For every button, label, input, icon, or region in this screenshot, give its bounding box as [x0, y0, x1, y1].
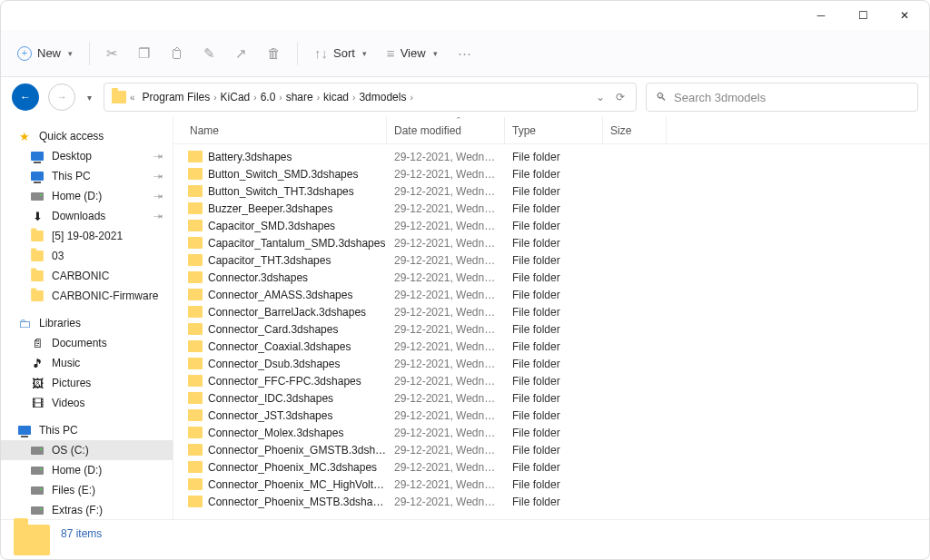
file-type: File folder — [505, 289, 603, 301]
sidebar-item-libraries[interactable]: 🗀 Libraries — [1, 313, 173, 333]
maximize-button[interactable]: ☐ — [842, 1, 884, 30]
delete-button[interactable]: 🗑︎ — [260, 40, 288, 66]
folder-icon — [188, 289, 203, 300]
sidebar-item-label: Music — [52, 357, 163, 369]
file-row[interactable]: Connector_AMASS.3dshapes29-12-2021, Wedn… — [173, 286, 929, 303]
column-type[interactable]: Type — [505, 117, 603, 143]
paste-button[interactable]: 📋︎ — [163, 40, 191, 66]
sidebar-item[interactable]: 🎵︎Music — [1, 353, 173, 373]
file-row[interactable]: Connector_IDC.3dshapes29-12-2021, Wednes… — [173, 389, 929, 407]
file-row[interactable]: Connector_Card.3dshapes29-12-2021, Wedne… — [173, 320, 929, 338]
file-row[interactable]: Connector_BarrelJack.3dshapes29-12-2021,… — [173, 303, 929, 320]
sidebar-item[interactable]: Files (E:) — [1, 480, 173, 500]
sidebar-item-quick-access[interactable]: ★ Quick access — [1, 126, 173, 146]
back-button[interactable]: ← — [12, 84, 39, 111]
file-date: 29-12-2021, Wednes... — [387, 306, 505, 319]
sidebar-item[interactable]: 03 — [1, 246, 173, 266]
breadcrumb-item[interactable]: share — [282, 89, 317, 105]
file-row[interactable]: Connector_Phoenix_MSTB.3dshapes29-12-202… — [173, 493, 929, 510]
file-row[interactable]: Capacitor_SMD.3dshapes29-12-2021, Wednes… — [173, 217, 929, 234]
sidebar-item[interactable]: Desktop📌︎ — [1, 146, 173, 166]
file-date: 29-12-2021, Wednes... — [387, 323, 505, 336]
breadcrumb-item[interactable]: 6.0 — [257, 89, 280, 105]
share-button[interactable]: ↗ — [228, 40, 254, 67]
file-row[interactable]: Connector_Coaxial.3dshapes29-12-2021, We… — [173, 338, 929, 355]
file-type: File folder — [505, 461, 603, 474]
view-button[interactable]: ≡ View ▾ — [380, 40, 445, 66]
folder-icon — [188, 409, 203, 421]
folder-icon — [188, 254, 203, 266]
sidebar-item[interactable]: 🖼︎Pictures — [1, 373, 173, 393]
file-name: Connector_IDC.3dshapes — [208, 392, 333, 405]
file-date: 29-12-2021, Wednes... — [387, 202, 505, 215]
sidebar-item[interactable]: Extras (F:) — [1, 500, 173, 519]
sidebar-item[interactable]: Home (D:) — [1, 460, 173, 480]
sidebar-item[interactable]: [5] 19-08-2021 — [1, 226, 173, 246]
file-name: Connector_AMASS.3dshapes — [208, 289, 352, 301]
sidebar-item[interactable]: Home (D:)📌︎ — [1, 186, 173, 206]
file-type: File folder — [505, 168, 603, 181]
breadcrumb-item[interactable]: KiCad — [217, 89, 254, 105]
file-row[interactable]: Connector_JST.3dshapes29-12-2021, Wednes… — [173, 407, 929, 424]
chevron-down-icon[interactable]: ⌄ — [592, 91, 608, 103]
breadcrumb-bar[interactable]: « Program Files›KiCad›6.0›share›kicad›3d… — [104, 83, 637, 112]
file-row[interactable]: Connector_Dsub.3dshapes29-12-2021, Wedne… — [173, 355, 929, 372]
search-input[interactable] — [674, 91, 908, 104]
file-type: File folder — [505, 496, 603, 508]
file-row[interactable]: Capacitor_Tantalum_SMD.3dshapes29-12-202… — [173, 234, 929, 251]
sidebar-item[interactable]: CARBONIC — [1, 266, 173, 286]
breadcrumb-item[interactable]: kicad — [320, 89, 352, 105]
file-row[interactable]: Connector_Phoenix_GMSTB.3dshapes29-12-20… — [173, 441, 929, 458]
file-row[interactable]: Capacitor_THT.3dshapes29-12-2021, Wednes… — [173, 251, 929, 269]
file-row[interactable]: Connector_Molex.3dshapes29-12-2021, Wedn… — [173, 424, 929, 441]
sidebar-item[interactable]: ⬇Downloads📌︎ — [1, 206, 173, 226]
content-pane: ⌃ Name Date modified Type Size Battery.3… — [173, 117, 929, 519]
column-date[interactable]: Date modified — [387, 117, 505, 143]
folder-icon — [188, 151, 203, 162]
copy-button[interactable]: ❐ — [131, 40, 157, 67]
folder-icon — [112, 91, 126, 103]
sidebar-item-this-pc[interactable]: This PC — [1, 420, 173, 440]
file-row[interactable]: Connector_Phoenix_MC.3dshapes29-12-2021,… — [173, 458, 929, 476]
file-row[interactable]: Button_Switch_THT.3dshapes29-12-2021, We… — [173, 182, 929, 200]
history-dropdown[interactable]: ▾ — [84, 93, 94, 103]
file-row[interactable]: Button_Switch_SMD.3dshapes29-12-2021, We… — [173, 165, 929, 182]
close-button[interactable]: ✕ — [884, 1, 925, 30]
file-row[interactable]: Battery.3dshapes29-12-2021, Wednes...Fil… — [173, 148, 929, 165]
statusbar: 87 items — [1, 519, 929, 559]
file-list[interactable]: Battery.3dshapes29-12-2021, Wednes...Fil… — [173, 144, 929, 519]
folder-icon — [188, 220, 203, 231]
column-size[interactable]: Size — [603, 117, 667, 143]
file-row[interactable]: Connector_FFC-FPC.3dshapes29-12-2021, We… — [173, 372, 929, 389]
breadcrumb-item[interactable]: 3dmodels — [355, 89, 410, 105]
cut-button[interactable]: ✂ — [99, 40, 125, 67]
sidebar-item-label: Home (D:) — [52, 464, 163, 476]
more-button[interactable]: ⋯ — [450, 40, 479, 67]
sidebar-item-label: CARBONIC-Firmware — [52, 290, 163, 302]
sidebar-item[interactable]: CARBONIC-Firmware — [1, 286, 173, 306]
column-name[interactable]: Name — [183, 117, 387, 143]
navigation-pane[interactable]: ★ Quick access Desktop📌︎This PC📌︎Home (D… — [1, 117, 173, 519]
file-row[interactable]: Buzzer_Beeper.3dshapes29-12-2021, Wednes… — [173, 200, 929, 217]
separator — [297, 42, 298, 65]
sidebar-item[interactable]: 🎞︎Videos — [1, 393, 173, 413]
minimize-button[interactable]: ─ — [800, 1, 842, 30]
file-row[interactable]: Connector.3dshapes29-12-2021, Wednes...F… — [173, 269, 929, 286]
new-button[interactable]: + New ▾ — [10, 41, 80, 66]
sidebar-item[interactable]: This PC📌︎ — [1, 166, 173, 186]
sidebar-item[interactable]: 📄︎Documents — [1, 333, 173, 353]
sort-button[interactable]: ↑↓ Sort ▾ — [307, 40, 374, 66]
drive-icon — [30, 443, 45, 457]
sidebar-item[interactable]: OS (C:) — [1, 440, 173, 460]
file-date: 29-12-2021, Wednes... — [387, 409, 505, 422]
file-row[interactable]: Connector_Phoenix_MC_HighVoltage....29-1… — [173, 476, 929, 493]
search-box[interactable]: 🔍︎ — [646, 83, 918, 112]
file-date: 29-12-2021, Wednes... — [387, 185, 505, 198]
pin-icon: 📌︎ — [151, 149, 165, 163]
sidebar-item-label: Extras (F:) — [52, 504, 163, 516]
refresh-button[interactable]: ⟳ — [612, 91, 628, 103]
breadcrumb-item[interactable]: Program Files — [139, 89, 214, 105]
forward-button[interactable]: → — [48, 84, 75, 111]
file-type: File folder — [505, 306, 603, 319]
rename-button[interactable]: ✎ — [196, 40, 223, 67]
